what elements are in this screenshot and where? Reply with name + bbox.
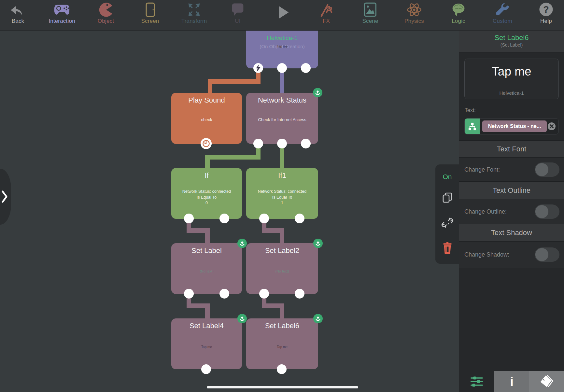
network-value-badge[interactable]: [313, 88, 322, 97]
setlabel-value-badge[interactable]: [237, 239, 247, 248]
node-if1[interactable]: If1 Network Status: connectedIs Equal To…: [246, 168, 318, 219]
change-font-label: Change Font:: [464, 166, 500, 173]
help-button[interactable]: ? Help: [525, 1, 564, 24]
setlabel6-value-badge[interactable]: [313, 314, 323, 323]
node-body: Network Status: connectedIs Equal To1: [246, 189, 318, 206]
node-if[interactable]: If Network Status: connectedIs Equal To0: [171, 168, 242, 219]
setlabel-output-socket[interactable]: [219, 289, 229, 299]
tab-screen[interactable]: Screen: [129, 1, 172, 24]
network-output-socket[interactable]: [301, 139, 311, 148]
setlabel2-value-badge[interactable]: [313, 239, 323, 248]
tab-scene[interactable]: Scene: [349, 1, 392, 24]
wire-network-if: [205, 155, 261, 160]
tablet-icon: [142, 2, 159, 18]
node-title: Set Label: [171, 243, 242, 255]
node-body: Check for Internet Access: [246, 117, 318, 122]
tab-object[interactable]: Object: [84, 1, 127, 24]
sidebar-expand-handle[interactable]: [0, 169, 11, 225]
if-output-socket[interactable]: [184, 214, 194, 223]
node-set-label[interactable]: Set Label (No text): [171, 243, 242, 294]
node-body: (No text): [246, 269, 318, 273]
node-set-label4[interactable]: Set Label4 Tap me: [171, 318, 242, 369]
back-arrow-icon: [9, 2, 26, 18]
tab-fx[interactable]: A FX: [305, 1, 348, 24]
node-network-status[interactable]: Network Status Check for Internet Access: [246, 93, 318, 144]
horizontal-scrollbar[interactable]: [207, 386, 358, 388]
network-output-socket[interactable]: [277, 139, 287, 148]
delete-button[interactable]: [442, 242, 453, 255]
node-title: If: [171, 168, 242, 180]
upload-icon: [239, 315, 245, 322]
behavior-on-toggle[interactable]: On: [443, 173, 452, 181]
bound-value-pill[interactable]: Network Status - ne...: [482, 120, 547, 132]
back-button[interactable]: Back: [0, 1, 39, 24]
toggle-knob: [535, 248, 548, 261]
wire-trigger-playsound: [208, 79, 261, 84]
gamepad-icon: [53, 2, 70, 18]
node-title: Network Status: [246, 93, 318, 105]
change-font-toggle[interactable]: [535, 162, 559, 177]
tab-interaction[interactable]: Interaction: [40, 1, 83, 24]
change-shadow-toggle[interactable]: [535, 247, 559, 262]
node-title: Set Label6: [246, 318, 318, 330]
tab-tags[interactable]: [529, 371, 564, 392]
node-play-sound[interactable]: Play Sound check: [171, 93, 242, 144]
tab-logic[interactable]: Logic: [437, 1, 480, 24]
node-title: Set Label2: [246, 243, 318, 255]
trash-icon: [442, 242, 453, 254]
toggle-knob: [535, 205, 548, 218]
if1-output-socket[interactable]: [295, 214, 304, 223]
change-outline-toggle[interactable]: [535, 204, 559, 219]
info-icon: i: [510, 375, 514, 389]
value-source-button[interactable]: [465, 119, 480, 134]
help-icon: ?: [538, 2, 555, 18]
trigger-output-socket[interactable]: [277, 63, 287, 73]
tab-physics[interactable]: Physics: [393, 1, 436, 24]
wrench-icon: [494, 2, 511, 18]
node-set-label6[interactable]: Set Label6 Tap me: [246, 318, 318, 369]
tab-info[interactable]: i: [494, 371, 529, 392]
node-title: Set Label4: [171, 318, 242, 330]
fx-brush-icon: A: [318, 2, 335, 18]
node-on-object-creation[interactable]: Helvetica-1 (On Object Creation) Tap me: [246, 31, 318, 68]
pacman-icon: [97, 2, 114, 18]
if1-output-socket[interactable]: [259, 214, 269, 223]
picture-icon: [362, 2, 379, 18]
panel-subtitle: (Set Label): [459, 42, 564, 48]
sitemap-icon: [468, 122, 477, 131]
node-title: Play Sound: [171, 93, 242, 105]
clear-value-button[interactable]: [547, 122, 556, 131]
setlabel4-value-badge[interactable]: [237, 314, 247, 323]
setlabel2-output-socket[interactable]: [259, 289, 269, 299]
trigger-output-socket[interactable]: [301, 63, 311, 73]
node-body: Network Status: connectedIs Equal To0: [171, 189, 242, 206]
setlabel4-output-socket[interactable]: [201, 364, 211, 374]
node-set-label2[interactable]: Set Label2 (No text): [246, 243, 318, 294]
row-change-shadow: Change Shadow:: [459, 242, 564, 268]
text-input[interactable]: Network Status - ne...: [464, 118, 559, 134]
node-body: Tap me: [171, 345, 242, 349]
unlink-button[interactable]: [441, 217, 454, 230]
label-preview-card: Tap me Helvetica-1: [464, 59, 559, 99]
change-shadow-label: Change Shadow:: [464, 251, 509, 258]
section-text-font: Text Font: [459, 140, 564, 158]
tab-ui[interactable]: UI: [216, 1, 259, 24]
section-text-shadow: Text Shadow: [459, 224, 564, 242]
tab-transform[interactable]: Transform: [173, 1, 216, 24]
play-button[interactable]: [261, 3, 304, 21]
trigger-bolt-socket[interactable]: [253, 63, 263, 73]
clock-icon: [202, 139, 210, 148]
tab-properties[interactable]: [459, 371, 494, 392]
setlabel-output-socket[interactable]: [184, 289, 194, 299]
playsound-timer-socket[interactable]: [201, 138, 212, 149]
copy-button[interactable]: [442, 192, 453, 205]
if-output-socket[interactable]: [219, 214, 229, 223]
row-change-font: Change Font:: [459, 158, 564, 181]
setlabel2-output-socket[interactable]: [295, 289, 304, 299]
network-output-socket[interactable]: [253, 139, 263, 148]
tab-custom[interactable]: Custom: [481, 1, 524, 24]
svg-text:?: ?: [543, 4, 549, 15]
node-body: (No text): [171, 269, 242, 273]
node-title: If1: [246, 168, 318, 180]
setlabel6-output-socket[interactable]: [277, 364, 287, 374]
